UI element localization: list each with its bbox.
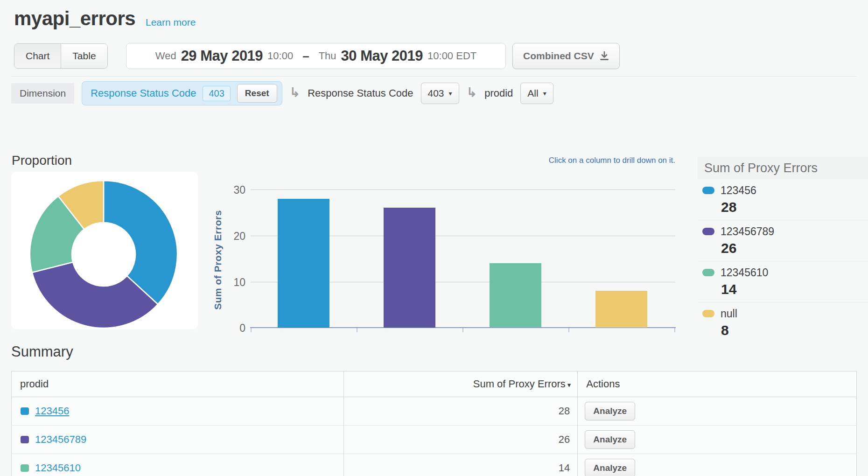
tab-table[interactable]: Table [61, 44, 107, 68]
chevron-down-icon: ▾ [449, 90, 452, 97]
combined-csv-label: Combined CSV [523, 50, 594, 62]
legend-swatch-yellow [702, 310, 714, 317]
end-day: Thu [319, 50, 336, 62]
drilldown-arrow-icon: ↳ [290, 86, 301, 99]
x-axis-tick [674, 328, 675, 332]
drilldown-1-label: Response Status Code [308, 87, 413, 99]
bar-column-123456[interactable] [278, 199, 329, 328]
end-time: 10:00 EDT [427, 50, 476, 62]
legend-swatch-green [702, 269, 714, 276]
legend-swatch-purple [702, 228, 714, 235]
x-axis-tick [568, 328, 569, 332]
table-row: 123456 28 Analyze [12, 397, 857, 426]
legend-item: null 8 [698, 302, 868, 343]
sum-value: 26 [343, 426, 578, 454]
drilldown-2-value: All [527, 88, 538, 99]
start-day: Wed [155, 50, 176, 62]
end-date: 30 May 2019 [341, 48, 423, 64]
download-icon [600, 51, 609, 61]
bar-column-null[interactable] [595, 291, 647, 328]
sum-value: 28 [343, 397, 578, 426]
table-row: 12345610 14 Analyze [12, 454, 857, 476]
analyze-button[interactable]: Analyze [585, 430, 635, 449]
legend-label: null [721, 308, 737, 320]
combined-csv-button[interactable]: Combined CSV [512, 43, 620, 69]
drilldown-1-value: 403 [428, 88, 444, 99]
summary-title: Summary [11, 343, 73, 360]
dimension-label: Dimension [11, 83, 74, 104]
learn-more-link[interactable]: Learn more [146, 17, 196, 28]
legend-value: 28 [721, 199, 868, 215]
y-tick-30: 30 [216, 184, 245, 196]
analyze-button[interactable]: Analyze [585, 459, 635, 476]
gridline-30 [251, 189, 675, 190]
drilldown-1-dropdown[interactable]: 403 ▾ [421, 83, 459, 104]
legend-panel: Sum of Proxy Errors 123456 28 123456789 … [698, 157, 868, 343]
drilldown-arrow-icon: ↳ [467, 86, 477, 99]
sum-value: 14 [343, 454, 578, 476]
y-axis-label: Sum of Proxy Errors [212, 210, 224, 310]
legend-value: 26 [721, 240, 868, 256]
toolbar-divider [11, 76, 857, 77]
legend-item: 12345610 14 [698, 261, 868, 302]
bar-column-12345610[interactable] [490, 263, 541, 328]
analyze-button[interactable]: Analyze [585, 402, 635, 420]
sort-desc-icon: ▾ [567, 381, 571, 389]
table-row: 123456789 26 Analyze [12, 426, 857, 454]
chevron-down-icon: ▾ [543, 90, 546, 97]
drilldown-2-dropdown[interactable]: All ▾ [520, 83, 553, 104]
legend-label: 123456 [721, 184, 756, 197]
y-tick-10: 10 [216, 276, 245, 289]
chart-table-toggle: Chart Table [14, 43, 108, 69]
x-axis-tick [462, 328, 463, 332]
x-axis-tick [251, 328, 252, 332]
series-swatch-green [21, 464, 29, 472]
proportion-card [11, 172, 198, 329]
column-header-actions: Actions [578, 371, 857, 397]
y-tick-0: 0 [216, 322, 245, 335]
reset-button[interactable]: Reset [237, 84, 277, 103]
bar-column-123456789[interactable] [384, 208, 435, 328]
page-title: myapi_errors [14, 7, 135, 30]
series-swatch-blue [21, 407, 29, 415]
start-time: 10:00 [267, 50, 293, 62]
dimension-row: Dimension Response Status Code 403 Reset… [11, 81, 553, 105]
drilldown-hint: Click on a column to drill down on it. [420, 156, 675, 165]
proportion-title: Proportion [12, 153, 72, 168]
column-header-sum[interactable]: Sum of Proxy Errors▾ [343, 371, 578, 397]
prodid-link[interactable]: 123456789 [35, 434, 86, 446]
date-range-separator: – [302, 49, 309, 63]
column-header-sum-label: Sum of Proxy Errors [473, 378, 566, 390]
y-tick-20: 20 [216, 230, 245, 243]
legend-value: 8 [721, 322, 868, 338]
x-axis-tick [357, 328, 357, 332]
legend-label: 12345610 [721, 266, 768, 279]
active-filter-pill: Response Status Code 403 Reset [82, 81, 282, 105]
active-filter-value-chip: 403 [203, 86, 230, 101]
summary-table: prodid Sum of Proxy Errors▾ Actions 1234… [11, 371, 857, 476]
start-date: 29 May 2019 [181, 48, 263, 64]
prodid-link[interactable]: 12345610 [35, 462, 81, 474]
tab-chart[interactable]: Chart [14, 44, 61, 68]
active-filter-name: Response Status Code [91, 87, 196, 99]
legend-item: 123456789 26 [698, 220, 868, 261]
series-swatch-purple [21, 436, 29, 443]
legend-label: 123456789 [721, 225, 774, 238]
legend-value: 14 [721, 281, 868, 297]
table-header-row: prodid Sum of Proxy Errors▾ Actions [12, 371, 857, 397]
drilldown-2-label: prodid [484, 87, 513, 99]
proportion-donut-chart[interactable] [24, 175, 183, 334]
legend-title: Sum of Proxy Errors [698, 157, 868, 179]
legend-swatch-blue [702, 187, 714, 194]
date-range-picker[interactable]: Wed 29 May 2019 10:00 – Thu 30 May 2019 … [126, 43, 506, 69]
prodid-link[interactable]: 123456 [35, 405, 69, 417]
column-header-prodid[interactable]: prodid [12, 371, 344, 397]
legend-item: 123456 28 [698, 179, 868, 220]
